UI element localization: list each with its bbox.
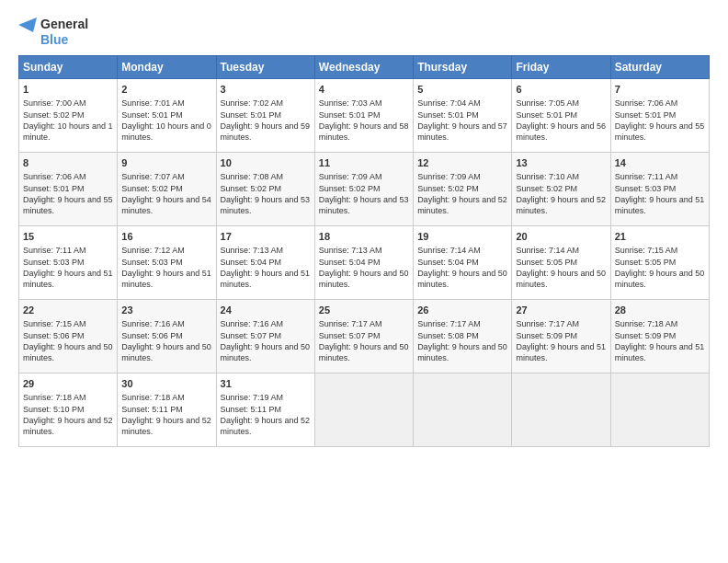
header: General Blue	[18, 17, 710, 48]
calendar-cell: 23Sunrise: 7:16 AMSunset: 5:06 PMDayligh…	[118, 299, 216, 373]
cell-info: Sunrise: 7:16 AMSunset: 5:06 PMDaylight:…	[121, 318, 211, 363]
day-number: 22	[23, 304, 113, 317]
cell-info: Sunrise: 7:09 AMSunset: 5:02 PMDaylight:…	[417, 171, 507, 216]
day-header-friday: Friday	[512, 55, 610, 78]
day-number: 14	[615, 156, 705, 170]
cell-info: Sunrise: 7:06 AMSunset: 5:01 PMDaylight:…	[23, 171, 113, 216]
cell-info: Sunrise: 7:14 AMSunset: 5:05 PMDaylight:…	[516, 245, 606, 290]
day-number: 12	[417, 156, 507, 170]
day-number: 26	[417, 304, 507, 317]
cell-info: Sunrise: 7:11 AMSunset: 5:03 PMDaylight:…	[23, 245, 113, 290]
calendar-week-4: 22Sunrise: 7:15 AMSunset: 5:06 PMDayligh…	[19, 299, 710, 373]
calendar-cell: 28Sunrise: 7:18 AMSunset: 5:09 PMDayligh…	[610, 299, 709, 373]
cell-info: Sunrise: 7:18 AMSunset: 5:10 PMDaylight:…	[23, 392, 113, 437]
cell-info: Sunrise: 7:19 AMSunset: 5:11 PMDaylight:…	[221, 392, 311, 437]
day-number: 3	[221, 83, 311, 97]
calendar-cell: 14Sunrise: 7:11 AMSunset: 5:03 PMDayligh…	[610, 152, 709, 225]
cell-info: Sunrise: 7:18 AMSunset: 5:11 PMDaylight:…	[121, 392, 211, 437]
day-header-monday: Monday	[118, 55, 216, 78]
calendar-cell: 15Sunrise: 7:11 AMSunset: 5:03 PMDayligh…	[19, 225, 118, 299]
cell-info: Sunrise: 7:07 AMSunset: 5:02 PMDaylight:…	[121, 171, 211, 216]
cell-info: Sunrise: 7:02 AMSunset: 5:01 PMDaylight:…	[221, 98, 311, 143]
cell-info: Sunrise: 7:04 AMSunset: 5:01 PMDaylight:…	[417, 98, 507, 143]
calendar-cell: 1Sunrise: 7:00 AMSunset: 5:02 PMDaylight…	[19, 78, 118, 152]
day-number: 8	[23, 156, 113, 170]
day-number: 15	[23, 230, 113, 244]
day-number: 30	[121, 377, 211, 391]
day-number: 18	[319, 230, 409, 244]
day-number: 11	[319, 156, 409, 170]
calendar-week-2: 8Sunrise: 7:06 AMSunset: 5:01 PMDaylight…	[19, 152, 710, 225]
day-number: 24	[221, 304, 311, 317]
calendar-week-5: 29Sunrise: 7:18 AMSunset: 5:10 PMDayligh…	[19, 373, 710, 446]
logo-general: General	[40, 17, 88, 32]
cell-info: Sunrise: 7:11 AMSunset: 5:03 PMDaylight:…	[615, 171, 705, 216]
day-number: 25	[319, 304, 409, 317]
calendar-cell: 30Sunrise: 7:18 AMSunset: 5:11 PMDayligh…	[118, 373, 216, 446]
day-number: 19	[417, 230, 507, 244]
cell-info: Sunrise: 7:15 AMSunset: 5:05 PMDaylight:…	[615, 245, 705, 290]
logo: General Blue	[18, 17, 88, 48]
calendar-week-1: 1Sunrise: 7:00 AMSunset: 5:02 PMDaylight…	[19, 78, 710, 152]
calendar-cell: 6Sunrise: 7:05 AMSunset: 5:01 PMDaylight…	[512, 78, 610, 152]
day-header-sunday: Sunday	[19, 55, 118, 78]
day-number: 21	[615, 230, 705, 244]
day-number: 20	[516, 230, 606, 244]
calendar-header-row: SundayMondayTuesdayWednesdayThursdayFrid…	[19, 55, 710, 78]
day-header-tuesday: Tuesday	[216, 55, 314, 78]
cell-info: Sunrise: 7:17 AMSunset: 5:09 PMDaylight:…	[516, 318, 606, 363]
day-number: 7	[615, 83, 705, 97]
day-header-wednesday: Wednesday	[314, 55, 413, 78]
calendar-cell	[610, 373, 709, 446]
calendar-cell: 12Sunrise: 7:09 AMSunset: 5:02 PMDayligh…	[414, 152, 512, 225]
calendar-cell: 19Sunrise: 7:14 AMSunset: 5:04 PMDayligh…	[414, 225, 512, 299]
calendar-cell: 16Sunrise: 7:12 AMSunset: 5:03 PMDayligh…	[118, 225, 216, 299]
calendar-cell: 5Sunrise: 7:04 AMSunset: 5:01 PMDaylight…	[414, 78, 512, 152]
calendar-week-3: 15Sunrise: 7:11 AMSunset: 5:03 PMDayligh…	[19, 225, 710, 299]
logo-bird-icon	[18, 17, 37, 47]
day-number: 5	[417, 83, 507, 97]
calendar-cell: 29Sunrise: 7:18 AMSunset: 5:10 PMDayligh…	[19, 373, 118, 446]
page: General Blue SundayMondayTuesdayWednesda…	[0, 0, 728, 563]
cell-info: Sunrise: 7:09 AMSunset: 5:02 PMDaylight:…	[319, 171, 409, 216]
cell-info: Sunrise: 7:15 AMSunset: 5:06 PMDaylight:…	[23, 318, 113, 363]
day-number: 23	[121, 304, 211, 317]
calendar-cell: 2Sunrise: 7:01 AMSunset: 5:01 PMDaylight…	[118, 78, 216, 152]
day-number: 17	[221, 230, 311, 244]
logo-blue: Blue	[40, 32, 88, 48]
cell-info: Sunrise: 7:08 AMSunset: 5:02 PMDaylight:…	[221, 171, 311, 216]
cell-info: Sunrise: 7:13 AMSunset: 5:04 PMDaylight:…	[319, 245, 409, 290]
cell-info: Sunrise: 7:00 AMSunset: 5:02 PMDaylight:…	[23, 98, 113, 143]
day-number: 6	[516, 83, 606, 97]
day-number: 4	[319, 83, 409, 97]
cell-info: Sunrise: 7:06 AMSunset: 5:01 PMDaylight:…	[615, 98, 705, 143]
calendar-cell: 11Sunrise: 7:09 AMSunset: 5:02 PMDayligh…	[314, 152, 413, 225]
day-number: 31	[221, 377, 311, 391]
calendar-cell: 22Sunrise: 7:15 AMSunset: 5:06 PMDayligh…	[19, 299, 118, 373]
day-header-thursday: Thursday	[414, 55, 512, 78]
day-number: 16	[121, 230, 211, 244]
calendar-cell: 18Sunrise: 7:13 AMSunset: 5:04 PMDayligh…	[314, 225, 413, 299]
calendar-cell	[314, 373, 413, 446]
calendar-cell: 25Sunrise: 7:17 AMSunset: 5:07 PMDayligh…	[314, 299, 413, 373]
cell-info: Sunrise: 7:10 AMSunset: 5:02 PMDaylight:…	[516, 171, 606, 216]
calendar-cell: 10Sunrise: 7:08 AMSunset: 5:02 PMDayligh…	[216, 152, 314, 225]
calendar-cell: 27Sunrise: 7:17 AMSunset: 5:09 PMDayligh…	[512, 299, 610, 373]
calendar-cell: 20Sunrise: 7:14 AMSunset: 5:05 PMDayligh…	[512, 225, 610, 299]
calendar-cell: 13Sunrise: 7:10 AMSunset: 5:02 PMDayligh…	[512, 152, 610, 225]
day-header-saturday: Saturday	[610, 55, 709, 78]
day-number: 10	[221, 156, 311, 170]
calendar-cell	[512, 373, 610, 446]
day-number: 1	[23, 83, 113, 97]
cell-info: Sunrise: 7:18 AMSunset: 5:09 PMDaylight:…	[615, 318, 705, 363]
cell-info: Sunrise: 7:17 AMSunset: 5:08 PMDaylight:…	[417, 318, 507, 363]
day-number: 9	[121, 156, 211, 170]
cell-info: Sunrise: 7:03 AMSunset: 5:01 PMDaylight:…	[319, 98, 409, 143]
calendar-cell: 8Sunrise: 7:06 AMSunset: 5:01 PMDaylight…	[19, 152, 118, 225]
calendar-cell: 7Sunrise: 7:06 AMSunset: 5:01 PMDaylight…	[610, 78, 709, 152]
day-number: 2	[121, 83, 211, 97]
cell-info: Sunrise: 7:01 AMSunset: 5:01 PMDaylight:…	[121, 98, 211, 143]
calendar-cell: 4Sunrise: 7:03 AMSunset: 5:01 PMDaylight…	[314, 78, 413, 152]
calendar-cell: 31Sunrise: 7:19 AMSunset: 5:11 PMDayligh…	[216, 373, 314, 446]
calendar-cell: 21Sunrise: 7:15 AMSunset: 5:05 PMDayligh…	[610, 225, 709, 299]
